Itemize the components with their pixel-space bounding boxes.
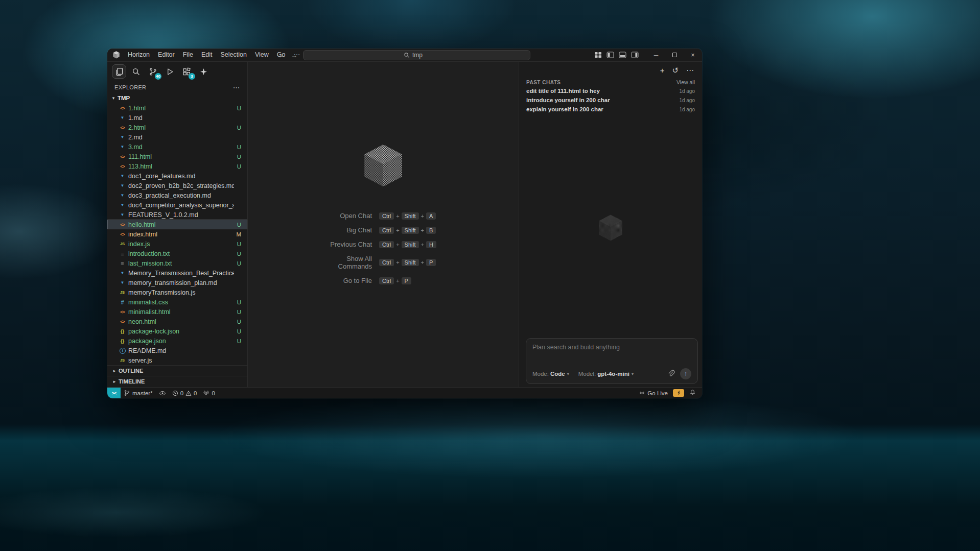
activity-run-debug-icon[interactable] bbox=[162, 64, 177, 79]
activity-explorer-icon[interactable] bbox=[112, 64, 126, 79]
file-name-label: package.json bbox=[128, 338, 234, 345]
file-type-icon bbox=[118, 260, 127, 267]
git-status-badge: U bbox=[234, 163, 241, 170]
command-center-search[interactable] bbox=[303, 50, 530, 60]
file-row[interactable]: doc3_practical_execution.md bbox=[107, 190, 247, 200]
close-button[interactable]: × bbox=[684, 49, 702, 61]
file-row[interactable]: 1.html U bbox=[107, 103, 247, 113]
menu-item[interactable]: Editor bbox=[154, 49, 179, 61]
file-row[interactable]: index.js U bbox=[107, 239, 247, 249]
main-area: 40 3 bbox=[107, 62, 702, 387]
file-row[interactable]: package.json U bbox=[107, 336, 247, 346]
file-row[interactable]: neon.html U bbox=[107, 317, 247, 326]
file-row[interactable]: last_mission.txt U bbox=[107, 258, 247, 268]
menu-item[interactable]: Horizon bbox=[124, 49, 154, 61]
shortcut-keys: Ctrl+P bbox=[379, 277, 411, 284]
plus-separator: + bbox=[396, 213, 399, 219]
file-name-label: 2.md bbox=[128, 134, 234, 141]
file-type-icon bbox=[118, 348, 127, 354]
back-arrow-icon[interactable]: ← bbox=[278, 52, 285, 59]
maximize-button[interactable] bbox=[665, 49, 684, 61]
forward-arrow-icon[interactable]: → bbox=[291, 52, 297, 59]
ports-item[interactable]: 0 bbox=[200, 388, 218, 398]
sidebar-sections: ▸ OUTLINE ▸ TIMELINE bbox=[107, 365, 247, 387]
file-row[interactable]: doc1_core_features.md bbox=[107, 171, 247, 181]
file-row[interactable]: Memory_Transmission_Best_Practices.md bbox=[107, 268, 247, 278]
mode-selector[interactable]: Mode: Code ▾ bbox=[532, 371, 569, 377]
new-chat-icon[interactable]: + bbox=[660, 66, 665, 74]
problems-item[interactable]: 0 0 bbox=[169, 388, 200, 398]
chat-more-icon[interactable]: ⋯ bbox=[686, 66, 694, 74]
notifications-bell-icon[interactable] bbox=[689, 389, 696, 397]
plus-separator: + bbox=[421, 242, 424, 248]
lightning-button[interactable] bbox=[673, 389, 684, 397]
keycap: Shift bbox=[402, 212, 419, 220]
sidebar-section-header[interactable]: ▸ OUTLINE bbox=[107, 365, 247, 376]
tree-root-tmp[interactable]: ▾ TMP bbox=[107, 93, 247, 103]
file-row[interactable]: 1.md bbox=[107, 113, 247, 123]
ports-count: 0 bbox=[212, 390, 215, 396]
status-bar: >< master* 0 bbox=[107, 387, 702, 398]
chat-input-toolbar: Mode: Code ▾ Model: gpt-4o-mini ▾ bbox=[532, 368, 691, 379]
toggle-sidebar-left-icon[interactable] bbox=[606, 52, 614, 58]
menu-item[interactable]: Selection bbox=[216, 49, 250, 61]
remote-indicator[interactable]: >< bbox=[107, 388, 121, 398]
file-row[interactable]: 111.html U bbox=[107, 152, 247, 161]
keycap: H bbox=[426, 241, 436, 248]
menu-item[interactable]: File bbox=[179, 49, 197, 61]
file-row[interactable]: server.js bbox=[107, 355, 247, 365]
past-chat-item[interactable]: explain yourself in 200 char 1d ago bbox=[519, 105, 702, 114]
file-row[interactable]: doc2_proven_b2b_b2c_strategies.md bbox=[107, 181, 247, 190]
file-row[interactable]: index.html M bbox=[107, 229, 247, 239]
menu-item[interactable]: Edit bbox=[197, 49, 217, 61]
explorer-more-icon[interactable]: ⋯ bbox=[233, 83, 240, 91]
chat-history-icon[interactable]: ↺ bbox=[672, 66, 679, 74]
send-button[interactable]: ↑ bbox=[680, 368, 691, 379]
attach-paperclip-icon[interactable] bbox=[667, 370, 675, 378]
git-status-badge: U bbox=[234, 319, 241, 325]
file-row[interactable]: memoryTransmission.js bbox=[107, 288, 247, 297]
git-branch-item[interactable]: master* bbox=[121, 388, 156, 398]
sidebar: 40 3 bbox=[107, 62, 248, 387]
file-row[interactable]: introduction.txt U bbox=[107, 249, 247, 258]
file-type-icon bbox=[118, 319, 127, 324]
file-row[interactable]: 2.html U bbox=[107, 123, 247, 132]
activity-search-icon[interactable] bbox=[129, 64, 143, 79]
search-input[interactable] bbox=[412, 52, 430, 59]
file-row[interactable]: hello.html U bbox=[107, 220, 247, 229]
file-name-label: 113.html bbox=[128, 163, 234, 170]
file-row[interactable]: doc4_competitor_analysis_superior_strate… bbox=[107, 200, 247, 210]
file-row[interactable]: 3.md U bbox=[107, 142, 247, 152]
file-row[interactable]: README.md bbox=[107, 346, 247, 355]
past-chat-item[interactable]: introduce yourself in 200 char 1d ago bbox=[519, 95, 702, 105]
chat-input-box[interactable]: Mode: Code ▾ Model: gpt-4o-mini ▾ bbox=[526, 338, 698, 384]
toggle-blame-item[interactable] bbox=[156, 388, 169, 398]
model-selector[interactable]: Model: gpt-4o-mini ▾ bbox=[578, 371, 634, 377]
activity-source-control-icon[interactable]: 40 bbox=[146, 64, 160, 79]
file-name-label: package-lock.json bbox=[128, 328, 234, 335]
file-row[interactable]: memory_transmission_plan.md bbox=[107, 278, 247, 288]
go-live-item[interactable]: Go Live bbox=[639, 390, 668, 396]
customize-layout-icon[interactable] bbox=[594, 52, 602, 58]
file-row[interactable]: package-lock.json U bbox=[107, 326, 247, 336]
activity-extensions-icon[interactable]: 3 bbox=[179, 64, 194, 79]
file-row[interactable]: FEATURES_V_1.0.2.md bbox=[107, 210, 247, 220]
sidebar-section-header[interactable]: ▸ TIMELINE bbox=[107, 376, 247, 387]
file-row[interactable]: minimalist.html U bbox=[107, 307, 247, 317]
menu-item[interactable]: View bbox=[251, 49, 273, 61]
file-row[interactable]: 2.md bbox=[107, 132, 247, 142]
file-row[interactable]: 113.html U bbox=[107, 161, 247, 171]
chat-prompt-input[interactable] bbox=[532, 344, 691, 351]
past-chat-item[interactable]: edit title of 111.html to hey 1d ago bbox=[519, 86, 702, 95]
file-name-label: index.html bbox=[128, 231, 234, 238]
view-all-link[interactable]: View all bbox=[676, 79, 695, 85]
window-controls: ─ × bbox=[647, 49, 702, 61]
toggle-sidebar-right-icon[interactable] bbox=[631, 52, 639, 58]
minimize-button[interactable]: ─ bbox=[647, 49, 665, 61]
toggle-panel-bottom-icon[interactable] bbox=[619, 52, 626, 58]
shortcut-keys: Ctrl+Shift+H bbox=[379, 241, 436, 248]
file-row[interactable]: minimalist.css U bbox=[107, 297, 247, 307]
plus-separator: + bbox=[421, 213, 424, 219]
keycap: A bbox=[426, 212, 436, 220]
activity-ai-sparkle-icon[interactable] bbox=[196, 64, 211, 79]
